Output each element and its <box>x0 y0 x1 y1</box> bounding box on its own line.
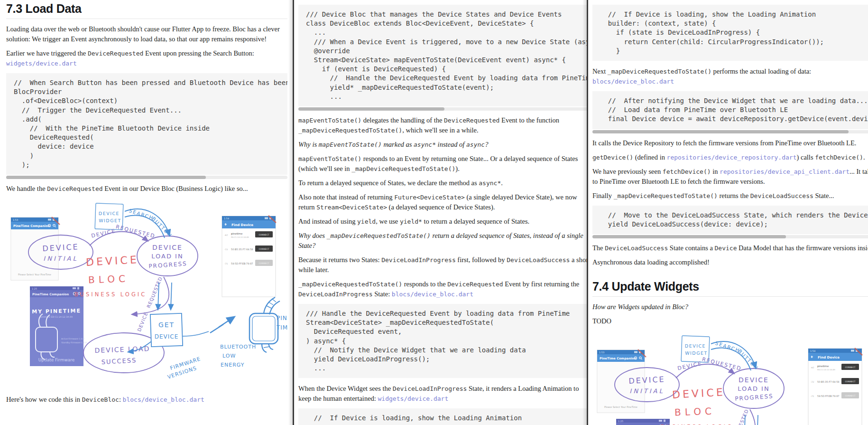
section-heading: 7.3 Load Data <box>6 2 287 16</box>
phone-a-time: 1:53 <box>13 218 18 221</box>
horizontal-scrollbar[interactable] <box>592 130 868 133</box>
device-widget-label2: WIDGET <box>99 218 121 223</box>
text-run: Why does <box>298 232 327 239</box>
inline-code: Stream<DeviceState> <box>316 204 387 211</box>
phone-a-caption: Please Select Your PineTime <box>18 273 51 276</box>
question-paragraph: Why is mapEventToState() marked as async… <box>298 140 587 150</box>
bloc-state-diagram: 1:53 PineTime Companion Please Select Yo… <box>6 200 287 390</box>
file-link[interactable]: widgets/device.dart <box>378 395 449 402</box>
device-name: 59:5D:FF:EB:79:87 <box>817 395 840 397</box>
rssi-value: -97 <box>224 234 228 236</box>
text-run: Next <box>592 67 608 75</box>
scrollbar-thumb[interactable] <box>592 130 849 133</box>
question-paragraph: How are Widgets updated in Bloc? <box>592 302 868 312</box>
text-run: The <box>592 244 605 252</box>
text-run: Event by first returning the <box>503 280 580 288</box>
paragraph: We have previously seen fetchDevice() in… <box>592 167 868 187</box>
device-name: 59:5D:FF:EB:79:87 <box>231 262 253 265</box>
file-link[interactable]: repositories/device_repository.dart <box>667 154 797 161</box>
inline-code: fetchDevice() <box>815 154 863 161</box>
section-heading: 7.4 Update Widgets <box>592 280 868 293</box>
state-progress-label2: LOAD IN <box>151 253 183 260</box>
device-requested-side-label2: REQUESTED <box>146 276 163 309</box>
text-run: in <box>711 168 720 175</box>
column-content: // If Device is loading, show the Loadin… <box>592 5 868 425</box>
scrollbar-thumb[interactable] <box>592 235 786 238</box>
text-run: And instead of using <box>298 217 357 225</box>
paragraph: Here's how we code this in DeviceBloc: b… <box>6 395 287 405</box>
text-run: To return a delayed sequence of States, … <box>298 179 479 187</box>
phone-b-time: 1:54 <box>224 217 229 220</box>
device-widget-label: DEVICE <box>99 211 120 216</box>
paragraph: Because it returns two States: DeviceLoa… <box>298 255 587 275</box>
inline-code: Device <box>715 245 737 252</box>
text-run: State: <box>373 290 392 298</box>
paragraph: Earlier we have triggered the DeviceRequ… <box>6 48 287 68</box>
question-paragraph: Why does _mapDeviceRequestedToState() re… <box>298 231 587 251</box>
bloc-diagram-image: 1:53 PineTime Companion Please Select Yo… <box>6 200 287 390</box>
bloc-label2: BLOC <box>88 273 129 286</box>
inline-code: async* <box>414 141 436 148</box>
state-progress-label2: LOAD IN <box>738 385 769 392</box>
code-block: // If Device is loading, show the Loadin… <box>298 408 587 425</box>
phone-c-device: pinetime E8:C1:1A:12:3A:89 <box>40 316 73 318</box>
paragraph: We handle the DeviceRequested Event in o… <box>6 184 287 194</box>
inline-code: Future<DeviceState> <box>394 194 465 201</box>
text-run: ). <box>455 165 459 172</box>
paragraph: Also note that instead of returning Futu… <box>298 192 587 212</box>
update-firmware-button[interactable]: Update Firmware <box>38 358 75 362</box>
state-success-label2: SUCCESS <box>101 357 137 366</box>
paragraph: getDevice() (defined in repositories/dev… <box>592 152 868 162</box>
phone-c-title: PineTime Companion <box>32 293 69 296</box>
phone-a-time: 1:53 <box>599 351 604 354</box>
device-mac: E8:C1:1A:12:3A:89 <box>231 236 249 238</box>
text-run: returns the <box>718 192 750 199</box>
inline-code: DeviceRequested <box>447 281 503 288</box>
file-link[interactable]: widgets/device.dart <box>6 60 77 67</box>
inline-code: DeviceRequested <box>444 117 499 124</box>
file-link[interactable]: blocs/device_bloc.dart <box>123 396 204 403</box>
code-block: // If Device is loading, show the Loadin… <box>592 5 868 61</box>
horizontal-scrollbar[interactable] <box>592 235 868 238</box>
inline-code: mapEventToState() <box>298 155 361 162</box>
paragraph: mapEventToState() delegates the handling… <box>298 115 587 135</box>
battery-icon <box>659 420 662 422</box>
inline-code: _mapDeviceRequestedToState() <box>298 127 402 134</box>
signal-icon <box>77 287 79 290</box>
phone-c-heading: MY PINETIME <box>32 308 81 315</box>
inline-code: _mapDeviceRequestedToState() <box>298 281 402 288</box>
code-text: // When Search Button has been pressed a… <box>14 78 287 170</box>
text-run: State contains a <box>668 244 714 252</box>
inline-code: _mapDeviceRequestedToState() <box>614 192 718 199</box>
device-mac: E8:C1:1A:12:3A:89 <box>817 368 835 371</box>
horizontal-scrollbar[interactable] <box>6 176 287 179</box>
file-link[interactable]: repositories/device_api_client.dart <box>720 168 850 175</box>
paragraph: Loading data over the web or Bluetooth s… <box>6 24 287 44</box>
scrollbar-thumb[interactable] <box>298 107 444 111</box>
phone-a-title: PineTime Companion <box>13 224 50 228</box>
pinetime-label: PINE <box>277 315 287 321</box>
text-run: (defined in <box>633 153 666 161</box>
paragraph: Finally _mapDeviceRequestedToState() ret… <box>592 191 868 201</box>
code-text: /// Device Bloc that manages the Device … <box>306 10 587 101</box>
horizontal-scrollbar[interactable] <box>298 107 587 111</box>
rssi-value: -97 <box>811 367 814 369</box>
inline-code: yield <box>357 218 376 225</box>
text-run: Why is <box>298 141 319 148</box>
code-block: /// Device Bloc that manages the Device … <box>298 5 587 106</box>
file-link[interactable]: blocs/device_bloc.dart <box>592 78 674 85</box>
inline-code: getDevice() <box>592 154 633 161</box>
inline-code: DeviceRequested <box>88 50 143 57</box>
rssi-value: -72 <box>224 248 228 251</box>
text-run: When the Device Widget sees the <box>298 385 393 392</box>
battery-icon <box>73 287 76 289</box>
phone-b-time: 1:54 <box>810 349 815 352</box>
get-device-box <box>150 313 183 347</box>
code-text: /// Handle the DeviceRequested Event by … <box>306 309 587 373</box>
scrollbar-thumb[interactable] <box>6 176 206 179</box>
connect-button-label: CONNECT <box>259 234 269 236</box>
text-run: Data Model that has the firmware version… <box>737 244 868 252</box>
file-link[interactable]: blocs/device_bloc.dart <box>392 291 473 298</box>
business-logic-label: BUSINESS LOGIC <box>74 291 147 298</box>
inline-code: mapEventToState() <box>319 141 382 148</box>
